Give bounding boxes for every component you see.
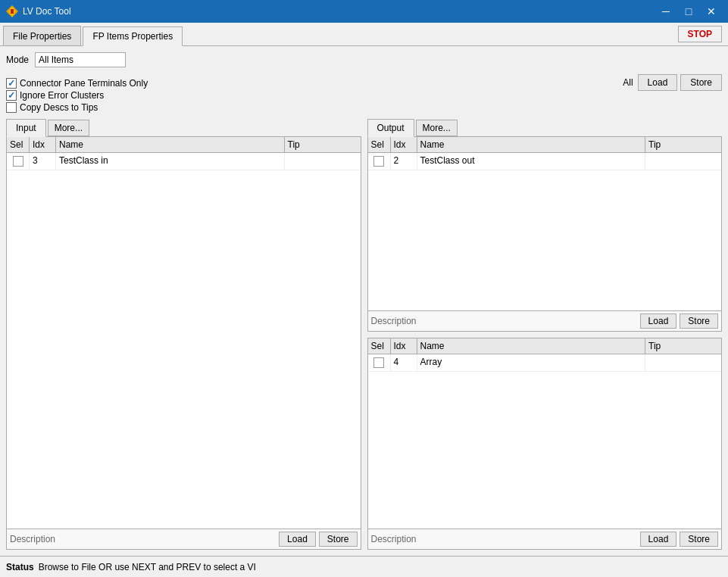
output-top-load-button[interactable]: Load — [640, 313, 677, 329]
input-store-button[interactable]: Store — [319, 532, 358, 547]
title-bar: LV Doc Tool ─ □ ✕ — [0, 0, 728, 23]
all-load-button[interactable]: Load — [638, 74, 678, 91]
output-bottom-col-name: Name — [417, 338, 646, 354]
checkbox-connector-pane: ✓ Connector Pane Terminals Only — [6, 78, 148, 89]
output-top-row-name[interactable]: TestClass out — [417, 153, 646, 170]
input-description-label: Description — [10, 534, 276, 544]
input-grid-panel: Sel Idx Name Tip 3 TestClass in — [6, 137, 361, 550]
output-bottom-desc-row: Description Load Store — [368, 529, 722, 549]
output-bottom-row-idx: 4 — [391, 354, 417, 371]
checkbox-copy-descs-box[interactable] — [6, 102, 17, 113]
output-top-grid: Sel Idx Name Tip 2 TestClass out — [367, 137, 723, 332]
output-more-button[interactable]: More... — [416, 120, 458, 136]
content-area: Mode ✓ Connector Pane Terminals Only ✓ — [0, 46, 728, 556]
output-panels: Output More... Sel Idx Name Tip — [367, 119, 723, 550]
input-row-sel — [7, 153, 30, 170]
output-top-grid-body: 2 TestClass out — [368, 153, 722, 310]
input-more-button[interactable]: More... — [48, 120, 89, 136]
output-bottom-panel: Sel Idx Name Tip 4 Array — [367, 338, 723, 550]
output-bottom-row-name[interactable]: Array — [417, 354, 646, 371]
output-top-grid-header: Sel Idx Name Tip — [368, 137, 722, 153]
output-top-row-sel — [368, 153, 391, 170]
output-top-row-tip[interactable] — [645, 153, 721, 170]
tab-file-properties[interactable]: File Properties — [3, 26, 81, 45]
mode-row: Mode — [6, 52, 148, 67]
output-top-panel: Output More... Sel Idx Name Tip — [367, 119, 723, 332]
output-bottom-grid-header: Sel Idx Name Tip — [368, 338, 722, 354]
minimize-button[interactable]: ─ — [655, 4, 676, 19]
table-row: 4 Array — [368, 354, 722, 372]
output-bottom-row-tip[interactable] — [645, 354, 721, 371]
status-bar: Status Browse to File OR use NEXT and PR… — [0, 556, 728, 577]
output-top-row-idx: 2 — [391, 153, 417, 170]
input-row-tip[interactable] — [285, 153, 361, 170]
input-row-name[interactable]: TestClass in — [56, 153, 285, 170]
input-col-idx: Idx — [30, 137, 56, 152]
tab-input[interactable]: Input — [6, 119, 46, 137]
options-area: ✓ Connector Pane Terminals Only ✓ Ignore… — [6, 78, 148, 113]
stop-button[interactable]: STOP — [678, 26, 722, 42]
input-col-sel: Sel — [7, 137, 30, 152]
output-top-row-sel-checkbox[interactable] — [373, 156, 384, 167]
output-col-idx: Idx — [391, 137, 417, 152]
input-panel: Input More... Sel Idx Name Tip — [6, 119, 361, 550]
close-button[interactable]: ✕ — [701, 4, 722, 19]
output-col-tip: Tip — [645, 137, 721, 152]
input-load-button[interactable]: Load — [279, 532, 316, 547]
tab-output[interactable]: Output — [367, 119, 414, 137]
checkbox-ignore-errors-label: Ignore Error Clusters — [20, 90, 104, 101]
output-col-sel: Sel — [368, 137, 391, 152]
all-store-button[interactable]: Store — [680, 74, 722, 91]
output-bottom-col-idx: Idx — [391, 338, 417, 354]
output-bottom-grid-body: 4 Array — [368, 354, 722, 529]
output-bottom-load-button[interactable]: Load — [640, 532, 677, 547]
checkbox-ignore-errors-box[interactable]: ✓ — [6, 90, 17, 101]
checkbox-ignore-errors: ✓ Ignore Error Clusters — [6, 90, 148, 101]
output-bottom-row-sel — [368, 354, 391, 371]
mode-label: Mode — [6, 55, 29, 65]
panels-row: Input More... Sel Idx Name Tip — [6, 119, 722, 550]
checkbox-copy-descs-label: Copy Descs to Tips — [20, 102, 98, 113]
input-desc-row: Description Load Store — [7, 529, 361, 549]
output-bottom-row-sel-checkbox[interactable] — [373, 357, 384, 368]
all-load-store: All Load Store — [623, 52, 722, 113]
input-row-sel-checkbox[interactable] — [13, 156, 23, 167]
input-col-tip: Tip — [285, 137, 361, 152]
status-text: Browse to File OR use NEXT and PREV to s… — [39, 562, 256, 572]
checkbox-connector-pane-box[interactable]: ✓ — [6, 78, 17, 89]
top-controls: Mode ✓ Connector Pane Terminals Only ✓ — [6, 52, 722, 113]
checkbox-connector-pane-label: Connector Pane Terminals Only — [20, 78, 148, 89]
output-bottom-grid: Sel Idx Name Tip 4 Array — [367, 338, 723, 550]
app-icon — [6, 5, 18, 17]
app-title: LV Doc Tool — [23, 6, 71, 17]
table-row: 2 TestClass out — [368, 153, 722, 170]
maximize-button[interactable]: □ — [678, 4, 699, 19]
svg-rect-2 — [11, 9, 14, 14]
tab-fp-items-properties[interactable]: FP Items Properties — [83, 27, 183, 46]
tab-bar: File Properties FP Items Properties STOP — [0, 23, 728, 46]
output-col-name: Name — [417, 137, 646, 152]
input-col-name: Name — [56, 137, 285, 152]
all-label: All — [623, 77, 633, 88]
checkbox-copy-descs: Copy Descs to Tips — [6, 102, 148, 113]
output-tab-bar: Output More... — [367, 119, 723, 137]
output-bottom-col-sel: Sel — [368, 338, 391, 354]
table-row: 3 TestClass in — [7, 153, 361, 170]
mode-input[interactable] — [35, 52, 126, 67]
output-bottom-col-tip: Tip — [645, 338, 721, 354]
input-grid-header: Sel Idx Name Tip — [7, 137, 361, 153]
output-bottom-store-button[interactable]: Store — [680, 532, 718, 547]
input-grid-body: 3 TestClass in — [7, 153, 361, 529]
output-top-desc-row: Description Load Store — [368, 310, 722, 331]
input-row-idx: 3 — [30, 153, 56, 170]
output-top-description-label: Description — [371, 316, 637, 326]
main-window: File Properties FP Items Properties STOP… — [0, 23, 728, 577]
input-tab-bar: Input More... — [6, 119, 361, 137]
status-label: Status — [6, 562, 34, 572]
output-top-store-button[interactable]: Store — [680, 313, 718, 329]
output-bottom-description-label: Description — [371, 534, 637, 544]
